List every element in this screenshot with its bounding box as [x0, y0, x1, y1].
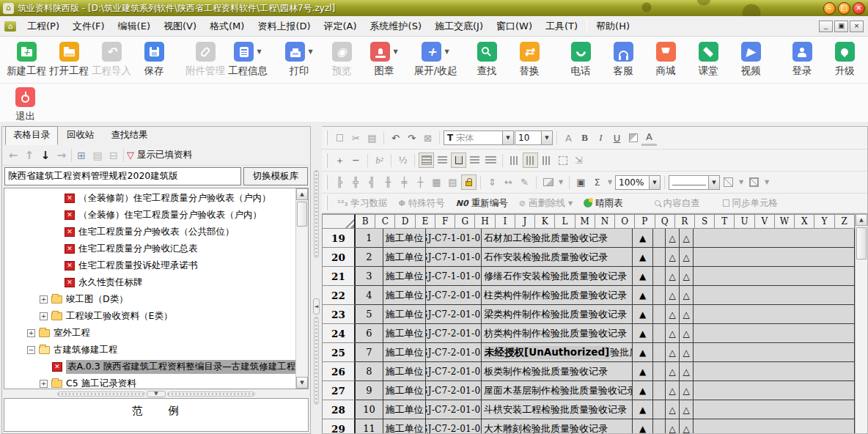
redo-icon[interactable]: ↷ — [404, 130, 419, 146]
column-header[interactable]: P — [635, 214, 655, 229]
cell-code[interactable]: GJ-C7-2-01-05 — [426, 362, 482, 381]
tab-search-results[interactable]: 查找结果 — [103, 126, 156, 145]
toolbar-button-商城[interactable]: 商城 — [645, 40, 686, 78]
underline-icon[interactable]: U — [609, 130, 625, 146]
mdi-minimize-button[interactable]: _ — [819, 21, 833, 32]
cell-trailing[interactable] — [694, 381, 855, 400]
cell-description[interactable]: 大木雕刻检验批质量验收记录 — [482, 419, 633, 433]
column-header[interactable]: O — [615, 214, 635, 229]
cell-empty[interactable] — [653, 229, 666, 248]
column-header[interactable]: Q — [655, 214, 675, 229]
cell-trailing[interactable] — [694, 362, 855, 381]
toolbar-button-升级[interactable]: 升级 — [824, 40, 865, 78]
filter-label[interactable]: 显示已填资料 — [137, 149, 192, 161]
column-header[interactable]: U — [735, 214, 754, 229]
border-draw-icon[interactable] — [746, 174, 762, 190]
cell-flag-outline[interactable]: △ — [680, 381, 694, 400]
collapse-icon[interactable]: − — [27, 346, 35, 354]
column-header[interactable]: F — [435, 214, 455, 229]
cell-seq[interactable]: 7 — [356, 343, 383, 362]
cell-unit[interactable]: 施工单位 — [383, 381, 426, 400]
cell-description[interactable]: 未经授权[UnAuthorized]验批质量验收记录 — [482, 343, 633, 362]
cell-unit[interactable]: 施工单位 — [383, 248, 426, 267]
cell-trailing[interactable] — [694, 419, 855, 433]
column-header[interactable]: M — [575, 214, 595, 229]
column-header[interactable]: N — [595, 214, 615, 229]
valign-top-icon[interactable] — [507, 152, 522, 168]
superscript-icon[interactable]: b² — [372, 152, 387, 168]
horizontal-splitter[interactable]: ▼ — [2, 389, 310, 398]
fraction-icon[interactable]: ½ — [395, 152, 411, 168]
tree-item[interactable]: +室外工程 — [4, 325, 295, 342]
close-button[interactable]: × — [853, 2, 865, 15]
cell-description[interactable]: 修缮石作安装检验批质量验收记录 — [482, 267, 633, 286]
toolbar-button-客服[interactable]: 客服 — [603, 40, 644, 78]
toolbar-button-新建工程[interactable]: 新建工程 — [6, 40, 47, 78]
menu-item[interactable]: 系统维护(S) — [364, 17, 428, 36]
font-color-icon[interactable]: A — [641, 130, 657, 146]
tree-item[interactable]: ✕住宅工程质量投诉处理承诺书 — [4, 257, 295, 274]
annotate-icon[interactable]: ✎ — [517, 174, 532, 190]
tab-table-directory[interactable]: 表格目录 — [5, 126, 58, 145]
cell-seq[interactable]: 3 — [356, 267, 383, 286]
insert-row-above-icon[interactable]: ╠ — [332, 174, 347, 190]
cell-unit[interactable]: 施工单位 — [383, 229, 426, 248]
lock-icon[interactable] — [461, 174, 477, 190]
cell-code[interactable]: GJ-C7-1-01-01 — [426, 229, 482, 248]
cell-flag-outline[interactable]: △ — [680, 229, 694, 248]
cell-trailing[interactable] — [694, 324, 855, 343]
vertical-splitter[interactable]: ◄ — [311, 126, 322, 434]
cell-trailing[interactable] — [694, 343, 855, 362]
row-header[interactable]: 20 — [322, 248, 356, 267]
cell-trailing[interactable] — [694, 229, 855, 248]
menu-item[interactable]: 评定(A) — [317, 17, 364, 36]
cell-code[interactable]: GJ-C7-2-01-03 — [426, 324, 482, 343]
column-header[interactable]: W — [775, 214, 795, 229]
content-check-button[interactable]: 内容自查 — [650, 196, 705, 211]
tree-item[interactable]: −古建筑修建工程 — [4, 342, 295, 358]
italic-icon[interactable]: I — [593, 130, 608, 146]
row-header[interactable]: 19 — [322, 229, 356, 248]
menu-item[interactable]: 文件(F) — [66, 17, 111, 36]
cell-flag-filled[interactable]: ▲ — [633, 248, 653, 267]
cell-flag-outline[interactable]: △ — [666, 362, 680, 381]
expand-icon[interactable]: + — [40, 312, 48, 320]
toolbar-button-视频[interactable]: ▶视频 — [730, 40, 771, 78]
cell-flag-filled[interactable]: ▲ — [633, 381, 653, 400]
chevron-down-icon[interactable]: ▼ — [708, 176, 719, 189]
special-symbol-button[interactable]: Φ 特殊符号 — [393, 196, 449, 211]
cell-flag-outline[interactable]: △ — [666, 286, 680, 305]
align-justify-box-icon[interactable] — [419, 152, 434, 168]
cell-empty[interactable] — [653, 343, 666, 362]
cell-seq[interactable]: 8 — [356, 362, 383, 381]
row-header[interactable]: 29 — [322, 419, 356, 433]
menu-item[interactable]: 视图(V) — [157, 17, 203, 36]
column-header[interactable]: R — [675, 214, 695, 229]
cell-code[interactable]: GJ-C7-2-01-04 — [426, 343, 482, 362]
minimize-button[interactable]: – — [823, 2, 836, 15]
chevron-down-icon[interactable]: ▼ — [541, 131, 552, 144]
row-header[interactable]: 24 — [322, 324, 356, 343]
bold-icon[interactable]: B — [577, 130, 592, 146]
column-header[interactable]: X — [795, 214, 814, 229]
cell-flag-outline[interactable]: △ — [666, 400, 680, 419]
column-header[interactable]: C — [375, 214, 395, 229]
expand-icon[interactable]: + — [27, 329, 35, 337]
chevron-down-icon[interactable]: ▼ — [606, 174, 614, 190]
exit-button[interactable]: 退出 — [10, 85, 40, 124]
chevron-down-icon[interactable]: ▼ — [257, 48, 261, 55]
cell-unit[interactable]: 施工单位 — [383, 324, 426, 343]
tree-item[interactable]: +C5 施工记录资料 — [4, 375, 295, 389]
align-center-icon[interactable] — [451, 152, 466, 168]
cut-icon[interactable]: ✂ — [348, 130, 364, 146]
pattern-icon[interactable]: ▣ — [573, 174, 589, 190]
barometer-button[interactable]: 晴雨表 — [578, 196, 628, 211]
cell-flag-filled[interactable]: ▲ — [633, 324, 653, 343]
cell-flag-outline[interactable]: △ — [666, 419, 680, 433]
cell-unit[interactable]: 施工单位 — [383, 286, 426, 305]
cell-empty[interactable] — [653, 381, 666, 400]
chevron-down-icon[interactable]: ▼ — [502, 131, 513, 144]
column-header[interactable]: E — [416, 214, 435, 229]
cell-code[interactable]: GJ-C7-2-01-08 — [426, 419, 482, 433]
zoom-combo[interactable]: 100% ▼ — [615, 175, 661, 190]
